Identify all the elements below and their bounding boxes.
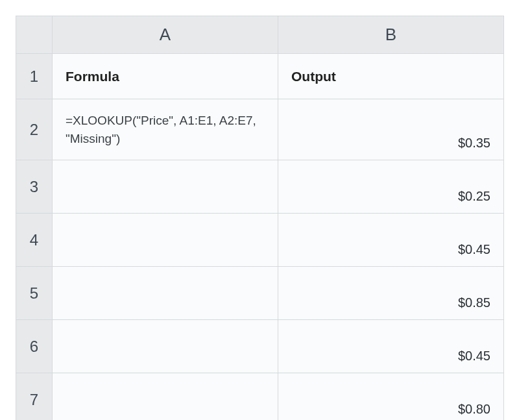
row-header-1[interactable]: 1 — [16, 54, 53, 99]
cell-a5[interactable] — [53, 267, 278, 320]
row-header-6[interactable]: 6 — [16, 320, 53, 373]
table-body: 1FormulaOutput2=XLOOKUP("Price", A1:E1, … — [16, 54, 504, 421]
cell-b2[interactable]: $0.35 — [278, 99, 504, 160]
cell-a6[interactable] — [53, 320, 278, 373]
cell-a2[interactable]: =XLOOKUP("Price", A1:E1, A2:E7, "Missing… — [53, 99, 278, 160]
table-row: 3$0.25 — [16, 160, 504, 214]
table-row: 4$0.45 — [16, 214, 504, 267]
column-header-row: A B — [16, 16, 504, 54]
col-header-b[interactable]: B — [278, 16, 504, 54]
table-row: 5$0.85 — [16, 267, 504, 320]
cell-b6[interactable]: $0.45 — [278, 320, 504, 373]
cell-b3[interactable]: $0.25 — [278, 160, 504, 214]
row-header-5[interactable]: 5 — [16, 267, 53, 320]
row-header-4[interactable]: 4 — [16, 214, 53, 267]
col-header-a[interactable]: A — [53, 16, 278, 54]
cell-a7[interactable] — [53, 373, 278, 421]
table-row: 1FormulaOutput — [16, 54, 504, 99]
table-row: 6$0.45 — [16, 320, 504, 373]
table-row: 2=XLOOKUP("Price", A1:E1, A2:E7, "Missin… — [16, 99, 504, 160]
cell-a4[interactable] — [53, 214, 278, 267]
cell-b1[interactable]: Output — [278, 54, 504, 99]
corner-cell — [16, 16, 53, 54]
cell-a3[interactable] — [53, 160, 278, 214]
cell-b4[interactable]: $0.45 — [278, 214, 504, 267]
cell-b7[interactable]: $0.80 — [278, 373, 504, 421]
cell-b5[interactable]: $0.85 — [278, 267, 504, 320]
row-header-3[interactable]: 3 — [16, 160, 53, 214]
spreadsheet-table: A B 1FormulaOutput2=XLOOKUP("Price", A1:… — [16, 16, 504, 420]
row-header-7[interactable]: 7 — [16, 373, 53, 421]
cell-a1[interactable]: Formula — [53, 54, 278, 99]
row-header-2[interactable]: 2 — [16, 99, 53, 160]
table-row: 7$0.80 — [16, 373, 504, 421]
